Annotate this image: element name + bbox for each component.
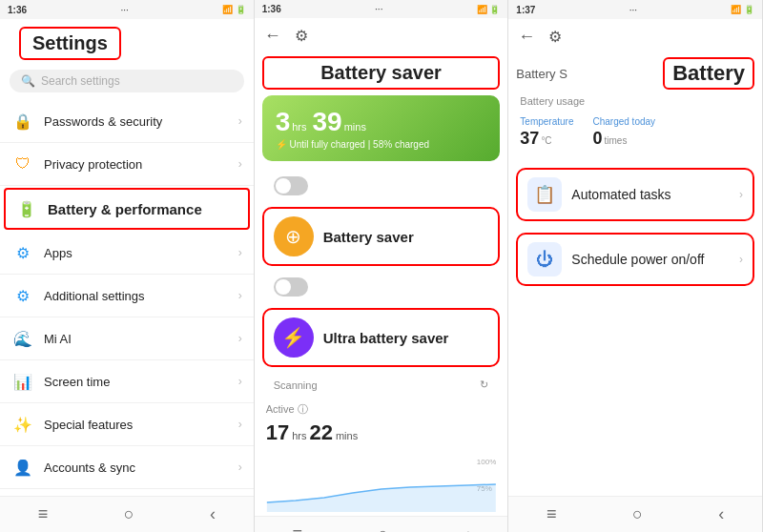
nav-menu-btn-2[interactable]: ≡ — [280, 522, 314, 532]
battery-mins: 39 — [313, 107, 342, 137]
nav-home-btn-3[interactable]: ○ — [621, 502, 654, 526]
bottom-nav-3: ≡ ○ ‹ — [508, 496, 762, 532]
automated-tasks-icon: 📋 — [527, 177, 562, 212]
back-button-3[interactable]: ← — [518, 27, 535, 47]
temp-unit: °C — [541, 135, 551, 146]
settings-title: Settings — [19, 27, 121, 60]
search-bar[interactable]: 🔍 Search settings — [10, 70, 244, 92]
settings-list: 🔒 Passwords & security › 🛡 Privacy prote… — [0, 100, 254, 496]
status-bar-2: 1:36 ··· 📶 🔋 — [255, 0, 508, 18]
status-icons-3: 📶 🔋 — [731, 5, 754, 14]
nav-back-btn-2[interactable]: ‹ — [453, 522, 482, 532]
additional-icon: ⚙ — [11, 284, 34, 307]
battery-header-row: Battery S Battery — [508, 53, 762, 93]
automated-tasks-label: Automated tasks — [571, 187, 730, 202]
chevron-icon: › — [238, 114, 242, 128]
chevron-icon-5: › — [238, 332, 242, 345]
charged-unit: times — [605, 135, 628, 146]
nav-home-btn-2[interactable]: ○ — [366, 522, 400, 532]
miai-icon: 🌊 — [11, 327, 34, 350]
settings-gear-icon[interactable]: ⚙ — [295, 27, 308, 45]
toggle-1[interactable] — [274, 176, 308, 195]
battery-mins-label: mins — [344, 121, 366, 133]
battery-saver-option[interactable]: ⊕ Battery saver — [262, 207, 501, 266]
settings-label-apps: Apps — [44, 246, 229, 260]
toggle-row-1 — [262, 171, 501, 201]
battery-icon: 🔋 — [15, 197, 38, 220]
schedule-power-option[interactable]: ⏻ Schedule power on/off › — [516, 233, 754, 286]
scanning-label: Scanning — [274, 379, 318, 391]
nav-back-btn[interactable]: ‹ — [198, 502, 227, 526]
special-icon: ✨ — [11, 413, 34, 436]
charged-label: Charged today — [592, 116, 655, 127]
ultra-saver-icon: ⚡ — [274, 317, 314, 358]
settings-item-special[interactable]: ✨ Special features › — [0, 403, 254, 446]
settings-item-passwords[interactable]: 🔒 Passwords & security › — [0, 100, 254, 143]
temp-label: Temperature — [520, 116, 573, 127]
active-mins: 22 — [309, 420, 332, 445]
nav-back-btn-3[interactable]: ‹ — [707, 502, 735, 526]
status-icons-1: 📶 🔋 — [222, 5, 246, 14]
settings-label-screentime: Screen time — [44, 375, 229, 389]
settings-item-miai[interactable]: 🌊 Mi AI › — [0, 317, 254, 360]
nav-menu-btn[interactable]: ≡ — [27, 502, 60, 526]
battery-stats-row: Temperature 37 °C Charged today 0 times — [508, 113, 762, 153]
status-time-1: 1:36 — [8, 5, 27, 15]
battery-time-card: 3 hrs 39 mins ⚡ Until fully charged | 58… — [262, 95, 501, 161]
settings-panel: 1:36 ··· 📶 🔋 Settings 🔍 Search settings … — [0, 0, 255, 532]
battery-chart: 100% 75% — [266, 455, 497, 512]
settings-item-additional[interactable]: ⚙ Additional settings › — [0, 275, 254, 317]
settings-item-battery[interactable]: 🔋 Battery & performance — [4, 188, 250, 230]
settings-item-screentime[interactable]: 📊 Screen time › — [0, 360, 254, 403]
chevron-icon-sched: › — [739, 253, 743, 266]
active-mins-unit: mins — [336, 430, 358, 441]
chevron-icon-4: › — [238, 289, 242, 302]
shield-icon: 🛡 — [11, 153, 34, 175]
accounts-icon: 👤 — [11, 456, 34, 479]
battery-panel: 1:37 ··· 📶 🔋 ← ⚙ Battery S Battery Batte… — [508, 0, 763, 532]
ultra-saver-label: Ultra battery saver — [323, 330, 449, 346]
settings-item-apps[interactable]: ⚙ Apps › — [0, 232, 254, 275]
ultra-saver-option[interactable]: ⚡ Ultra battery saver — [262, 308, 501, 367]
battery-saver-label: Battery saver — [323, 229, 414, 245]
chevron-icon-3: › — [238, 246, 242, 259]
charged-value: 0 — [592, 129, 602, 149]
battery-saver-title: Battery saver — [262, 56, 501, 90]
scanning-icon: ↻ — [480, 379, 488, 391]
bottom-nav-1: ≡ ○ ‹ — [0, 496, 254, 532]
bottom-nav-2: ≡ ○ ‹ — [255, 516, 508, 532]
toggle-2[interactable] — [274, 277, 308, 297]
chevron-icon-7: › — [238, 418, 242, 431]
battery-usage-label: Battery usage — [508, 93, 762, 113]
settings-label-miai: Mi AI — [44, 332, 229, 346]
schedule-power-icon: ⏻ — [527, 242, 562, 276]
temp-value: 37 — [520, 129, 539, 149]
battery-stat-temp: Temperature 37 °C — [520, 116, 573, 149]
status-time-2: 1:36 — [262, 4, 281, 14]
settings-item-accounts[interactable]: 👤 Accounts & sync › — [0, 446, 254, 489]
settings-item-privacy[interactable]: 🛡 Privacy protection › — [0, 143, 254, 186]
status-dots-1: ··· — [120, 5, 128, 15]
apps-icon: ⚙ — [11, 241, 34, 264]
battery-settings-icon[interactable]: ⚙ — [548, 28, 562, 46]
settings-label-accounts: Accounts & sync — [44, 460, 229, 475]
status-dots-3: ··· — [629, 5, 637, 15]
battery-hrs-label: hrs — [292, 121, 306, 133]
chevron-icon-8: › — [238, 460, 242, 474]
battery-stat-charged: Charged today 0 times — [592, 116, 655, 149]
chevron-icon-2: › — [238, 157, 242, 171]
search-icon: 🔍 — [21, 74, 35, 88]
settings-label-privacy: Privacy protection — [44, 157, 229, 172]
status-time-3: 1:37 — [516, 5, 535, 15]
back-button[interactable]: ← — [264, 26, 281, 46]
battery-saver-icon: ⊕ — [274, 216, 314, 256]
status-icons-2: 📶 🔋 — [477, 5, 501, 14]
nav-menu-btn-3[interactable]: ≡ — [535, 502, 568, 526]
settings-label-battery: Battery & performance — [48, 201, 238, 217]
active-hrs-unit: hrs — [292, 430, 306, 441]
automated-tasks-option[interactable]: 📋 Automated tasks › — [516, 168, 754, 221]
chevron-icon-auto: › — [739, 188, 743, 201]
nav-home-btn[interactable]: ○ — [113, 502, 146, 526]
toggle-row-2 — [262, 272, 501, 302]
battery-hours: 3 — [276, 107, 291, 137]
